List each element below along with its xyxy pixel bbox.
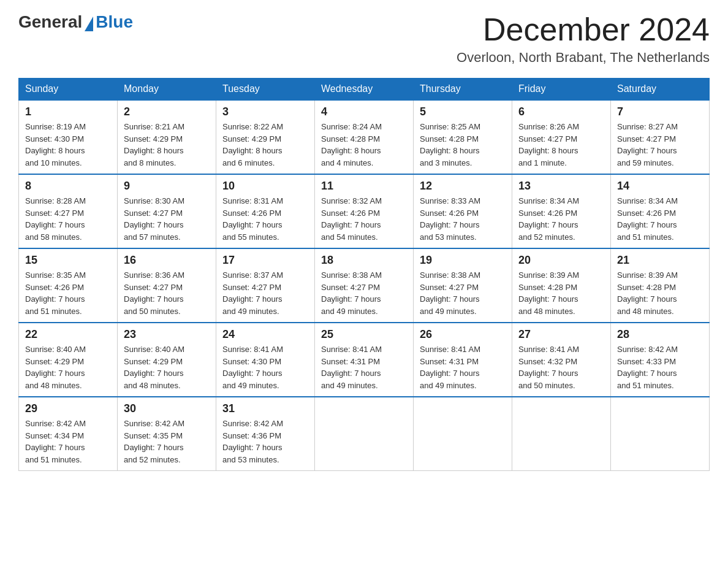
day-number: 2: [124, 105, 210, 118]
day-number: 19: [420, 254, 506, 267]
day-number: 21: [617, 254, 703, 267]
day-info: Sunrise: 8:26 AM Sunset: 4:27 PM Dayligh…: [518, 121, 604, 169]
day-info: Sunrise: 8:42 AM Sunset: 4:35 PM Dayligh…: [124, 418, 210, 465]
day-number: 25: [321, 328, 407, 341]
day-info: Sunrise: 8:27 AM Sunset: 4:27 PM Dayligh…: [617, 121, 703, 169]
calendar-week-row: 1Sunrise: 8:19 AM Sunset: 4:30 PM Daylig…: [19, 100, 710, 174]
day-info: Sunrise: 8:35 AM Sunset: 4:26 PM Dayligh…: [25, 269, 111, 317]
day-info: Sunrise: 8:40 AM Sunset: 4:29 PM Dayligh…: [25, 343, 111, 391]
day-info: Sunrise: 8:41 AM Sunset: 4:30 PM Dayligh…: [222, 343, 308, 391]
header-monday: Monday: [118, 79, 216, 101]
day-number: 20: [518, 254, 604, 267]
day-number: 7: [617, 105, 703, 118]
calendar-cell: 31Sunrise: 8:42 AM Sunset: 4:36 PM Dayli…: [216, 397, 315, 471]
calendar-cell: 13Sunrise: 8:34 AM Sunset: 4:26 PM Dayli…: [512, 174, 611, 248]
day-number: 29: [25, 402, 111, 415]
calendar-cell: 22Sunrise: 8:40 AM Sunset: 4:29 PM Dayli…: [19, 323, 118, 397]
day-info: Sunrise: 8:40 AM Sunset: 4:29 PM Dayligh…: [124, 343, 210, 391]
calendar-cell: 23Sunrise: 8:40 AM Sunset: 4:29 PM Dayli…: [118, 323, 216, 397]
day-info: Sunrise: 8:41 AM Sunset: 4:31 PM Dayligh…: [420, 343, 506, 391]
calendar-cell: 24Sunrise: 8:41 AM Sunset: 4:30 PM Dayli…: [216, 323, 315, 397]
calendar-week-row: 29Sunrise: 8:42 AM Sunset: 4:34 PM Dayli…: [19, 397, 710, 471]
day-info: Sunrise: 8:36 AM Sunset: 4:27 PM Dayligh…: [124, 269, 210, 317]
day-number: 8: [25, 180, 111, 193]
day-number: 15: [25, 254, 111, 267]
location-subtitle: Overloon, North Brabant, The Netherlands: [457, 50, 710, 66]
calendar-cell: 17Sunrise: 8:37 AM Sunset: 4:27 PM Dayli…: [216, 248, 315, 323]
calendar-cell: [512, 397, 611, 471]
day-number: 11: [321, 180, 407, 193]
day-info: Sunrise: 8:31 AM Sunset: 4:26 PM Dayligh…: [222, 195, 308, 243]
logo: General Blue: [18, 12, 133, 32]
day-number: 31: [222, 402, 308, 415]
calendar-cell: 26Sunrise: 8:41 AM Sunset: 4:31 PM Dayli…: [414, 323, 512, 397]
day-info: Sunrise: 8:41 AM Sunset: 4:31 PM Dayligh…: [321, 343, 407, 391]
calendar-cell: [611, 397, 710, 471]
calendar-cell: 28Sunrise: 8:42 AM Sunset: 4:33 PM Dayli…: [611, 323, 710, 397]
day-number: 4: [321, 105, 407, 118]
calendar-cell: 12Sunrise: 8:33 AM Sunset: 4:26 PM Dayli…: [414, 174, 512, 248]
day-info: Sunrise: 8:19 AM Sunset: 4:30 PM Dayligh…: [25, 121, 111, 169]
header-tuesday: Tuesday: [216, 79, 315, 101]
calendar-cell: 2Sunrise: 8:21 AM Sunset: 4:29 PM Daylig…: [118, 100, 216, 174]
calendar-cell: 18Sunrise: 8:38 AM Sunset: 4:27 PM Dayli…: [315, 248, 414, 323]
calendar-cell: 3Sunrise: 8:22 AM Sunset: 4:29 PM Daylig…: [216, 100, 315, 174]
day-info: Sunrise: 8:41 AM Sunset: 4:32 PM Dayligh…: [518, 343, 604, 391]
day-info: Sunrise: 8:42 AM Sunset: 4:34 PM Dayligh…: [25, 418, 111, 465]
day-info: Sunrise: 8:37 AM Sunset: 4:27 PM Dayligh…: [222, 269, 308, 317]
day-number: 26: [420, 328, 506, 341]
calendar-week-row: 22Sunrise: 8:40 AM Sunset: 4:29 PM Dayli…: [19, 323, 710, 397]
header-wednesday: Wednesday: [315, 79, 414, 101]
day-number: 22: [25, 328, 111, 341]
day-info: Sunrise: 8:28 AM Sunset: 4:27 PM Dayligh…: [25, 195, 111, 243]
header-friday: Friday: [512, 79, 611, 101]
calendar-cell: 1Sunrise: 8:19 AM Sunset: 4:30 PM Daylig…: [19, 100, 118, 174]
day-info: Sunrise: 8:24 AM Sunset: 4:28 PM Dayligh…: [321, 121, 407, 169]
day-number: 3: [222, 105, 308, 118]
day-number: 5: [420, 105, 506, 118]
header-sunday: Sunday: [19, 79, 118, 101]
calendar-cell: 27Sunrise: 8:41 AM Sunset: 4:32 PM Dayli…: [512, 323, 611, 397]
day-info: Sunrise: 8:33 AM Sunset: 4:26 PM Dayligh…: [420, 195, 506, 243]
day-info: Sunrise: 8:34 AM Sunset: 4:26 PM Dayligh…: [518, 195, 604, 243]
day-info: Sunrise: 8:25 AM Sunset: 4:28 PM Dayligh…: [420, 121, 506, 169]
calendar-header-row: SundayMondayTuesdayWednesdayThursdayFrid…: [19, 79, 710, 101]
day-number: 16: [124, 254, 210, 267]
day-number: 14: [617, 180, 703, 193]
calendar-cell: 9Sunrise: 8:30 AM Sunset: 4:27 PM Daylig…: [118, 174, 216, 248]
day-info: Sunrise: 8:39 AM Sunset: 4:28 PM Dayligh…: [518, 269, 604, 317]
calendar-cell: 21Sunrise: 8:39 AM Sunset: 4:28 PM Dayli…: [611, 248, 710, 323]
calendar-cell: 20Sunrise: 8:39 AM Sunset: 4:28 PM Dayli…: [512, 248, 611, 323]
title-block: December 2024 Overloon, North Brabant, T…: [457, 12, 710, 66]
calendar-cell: 19Sunrise: 8:38 AM Sunset: 4:27 PM Dayli…: [414, 248, 512, 323]
day-number: 17: [222, 254, 308, 267]
day-number: 18: [321, 254, 407, 267]
day-number: 10: [222, 180, 308, 193]
logo-triangle-icon: [85, 17, 93, 31]
day-info: Sunrise: 8:38 AM Sunset: 4:27 PM Dayligh…: [321, 269, 407, 317]
day-number: 23: [124, 328, 210, 341]
header-thursday: Thursday: [414, 79, 512, 101]
day-info: Sunrise: 8:30 AM Sunset: 4:27 PM Dayligh…: [124, 195, 210, 243]
calendar-week-row: 15Sunrise: 8:35 AM Sunset: 4:26 PM Dayli…: [19, 248, 710, 323]
day-info: Sunrise: 8:38 AM Sunset: 4:27 PM Dayligh…: [420, 269, 506, 317]
calendar-cell: 6Sunrise: 8:26 AM Sunset: 4:27 PM Daylig…: [512, 100, 611, 174]
day-number: 1: [25, 105, 111, 118]
day-info: Sunrise: 8:39 AM Sunset: 4:28 PM Dayligh…: [617, 269, 703, 317]
day-info: Sunrise: 8:42 AM Sunset: 4:33 PM Dayligh…: [617, 343, 703, 391]
day-info: Sunrise: 8:34 AM Sunset: 4:26 PM Dayligh…: [617, 195, 703, 243]
day-number: 28: [617, 328, 703, 341]
day-info: Sunrise: 8:22 AM Sunset: 4:29 PM Dayligh…: [222, 121, 308, 169]
day-number: 30: [124, 402, 210, 415]
page-header: General Blue December 2024 Overloon, Nor…: [18, 12, 710, 66]
day-number: 9: [124, 180, 210, 193]
calendar-cell: 15Sunrise: 8:35 AM Sunset: 4:26 PM Dayli…: [19, 248, 118, 323]
day-info: Sunrise: 8:32 AM Sunset: 4:26 PM Dayligh…: [321, 195, 407, 243]
day-number: 27: [518, 328, 604, 341]
day-number: 24: [222, 328, 308, 341]
logo-blue-text: Blue: [96, 12, 133, 32]
day-info: Sunrise: 8:21 AM Sunset: 4:29 PM Dayligh…: [124, 121, 210, 169]
calendar-cell: [414, 397, 512, 471]
calendar-cell: 14Sunrise: 8:34 AM Sunset: 4:26 PM Dayli…: [611, 174, 710, 248]
calendar-cell: 8Sunrise: 8:28 AM Sunset: 4:27 PM Daylig…: [19, 174, 118, 248]
